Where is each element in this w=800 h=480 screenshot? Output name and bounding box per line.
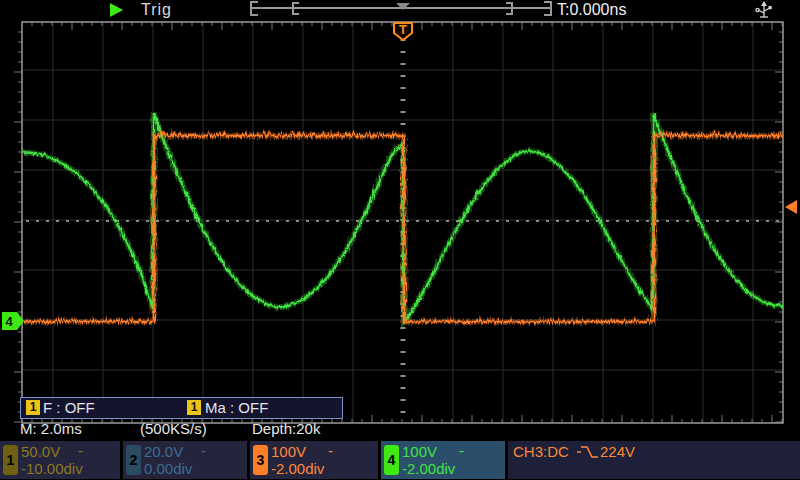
channel-2-panel[interactable]: 2 20.0V - 0.00div xyxy=(123,441,247,479)
ch1-badge: 1 xyxy=(26,400,40,415)
channel-1-badge: 1 xyxy=(3,445,18,475)
channel-4-panel[interactable]: 4 100V - -2.00div xyxy=(381,441,505,479)
ch4-position-marker[interactable]: 4 xyxy=(2,312,24,330)
channel-4-offset: -2.00div xyxy=(402,460,455,477)
channel-3-scale: 100V xyxy=(271,443,306,460)
trigger-info-panel[interactable]: CH3:DC 224V xyxy=(508,441,800,479)
ch1-badge: 1 xyxy=(187,400,201,415)
measure-overlay[interactable]: 1 F : OFF 1 Ma : OFF xyxy=(20,397,343,419)
channel-4-scale: 100V xyxy=(402,443,437,460)
channel-1-coupling: - xyxy=(78,442,83,459)
channel-1-offset: -10.00div xyxy=(21,460,83,477)
timebase-label: M: 2.0ms xyxy=(20,420,82,438)
svg-text:T: T xyxy=(399,22,407,37)
channel-1-scale: 50.0V xyxy=(21,443,60,460)
oscilloscope-screen: T 4 Trig T:0.000ns 1 F : OFF 1 Ma : OFF … xyxy=(0,0,800,480)
math-status-label: Ma : OFF xyxy=(205,399,268,416)
trigger-source-label: CH3:DC xyxy=(513,443,569,460)
trigger-level-marker[interactable] xyxy=(785,200,797,214)
channel-2-scale: 20.0V xyxy=(144,443,183,460)
trigger-level-label: 224V xyxy=(600,443,635,460)
channel-2-offset: 0.00div xyxy=(144,460,192,477)
trig-status-label: Trig xyxy=(141,1,172,19)
channel-2-badge: 2 xyxy=(126,445,141,475)
depth-label: Depth:20k xyxy=(252,420,320,438)
falling-edge-icon xyxy=(576,445,600,459)
channel-3-offset: -2.00div xyxy=(271,460,324,477)
channel-4-coupling: - xyxy=(459,442,464,459)
waveform-traces xyxy=(22,112,783,321)
channel-4-badge: 4 xyxy=(384,445,399,475)
trig-run-icon xyxy=(110,3,123,17)
channel-3-badge: 3 xyxy=(253,445,268,475)
svg-text:4: 4 xyxy=(5,314,13,329)
channel-3-coupling: - xyxy=(328,442,333,459)
channel-3-panel[interactable]: 3 100V - -2.00div xyxy=(250,441,378,479)
channel-1-panel[interactable]: 1 50.0V - -10.00div xyxy=(0,441,120,479)
channel-2-coupling: - xyxy=(201,442,206,459)
graticule xyxy=(14,22,783,423)
trigger-time-label: T:0.000ns xyxy=(557,1,626,19)
usb-icon xyxy=(756,1,772,17)
sample-rate-label: (500KS/s) xyxy=(140,420,207,438)
fft-status-label: F : OFF xyxy=(43,399,95,416)
trigger-position-marker[interactable]: T xyxy=(394,22,412,40)
